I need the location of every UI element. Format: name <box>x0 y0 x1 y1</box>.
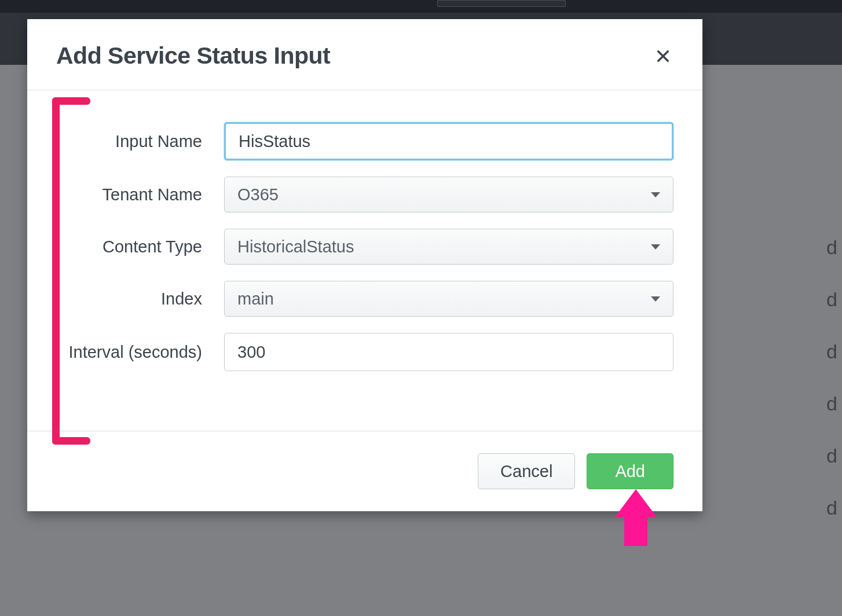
modal-title: Add Service Status Input <box>56 42 330 69</box>
close-icon <box>655 48 671 64</box>
form-row-input-name: Input Name <box>56 122 673 160</box>
bg-row-text: d <box>826 497 837 519</box>
index-dropdown[interactable]: main <box>224 281 673 317</box>
tenant-name-dropdown[interactable]: O365 <box>224 177 673 212</box>
input-name-label: Input Name <box>56 132 224 151</box>
bg-row-text: d <box>826 340 837 363</box>
bg-row-text: d <box>826 288 837 311</box>
add-service-status-input-modal: Add Service Status Input Input Name Tena… <box>27 19 702 511</box>
content-type-label: Content Type <box>56 237 224 256</box>
close-button[interactable] <box>653 46 673 67</box>
header-search-box[interactable] <box>437 0 566 7</box>
chevron-down-icon <box>651 244 660 250</box>
interval-field[interactable] <box>224 333 673 371</box>
tenant-name-value: O365 <box>237 185 279 204</box>
form-row-index: Index main <box>56 281 673 317</box>
bg-row-text: d <box>826 393 837 415</box>
chevron-down-icon <box>651 192 660 197</box>
index-label: Index <box>56 289 224 309</box>
index-value: main <box>237 289 274 309</box>
chevron-down-icon <box>651 296 660 302</box>
tenant-name-label: Tenant Name <box>56 185 224 204</box>
modal-body: Input Name Tenant Name O365 Content Type… <box>27 90 702 431</box>
content-type-dropdown[interactable]: HistoricalStatus <box>224 229 673 265</box>
modal-footer: Cancel Add <box>27 431 702 511</box>
add-button[interactable]: Add <box>587 453 673 489</box>
input-name-field[interactable] <box>224 122 673 160</box>
form-row-content-type: Content Type HistoricalStatus <box>56 229 673 265</box>
interval-label: Interval (seconds) <box>56 343 224 362</box>
modal-header: Add Service Status Input <box>27 19 702 90</box>
app-header <box>0 0 842 13</box>
cancel-button[interactable]: Cancel <box>478 453 575 489</box>
bg-row-text: d <box>826 445 837 467</box>
form-row-tenant-name: Tenant Name O365 <box>56 177 673 212</box>
bg-row-text: d <box>826 236 837 259</box>
content-type-value: HistoricalStatus <box>237 237 354 256</box>
form-row-interval: Interval (seconds) <box>56 333 673 371</box>
